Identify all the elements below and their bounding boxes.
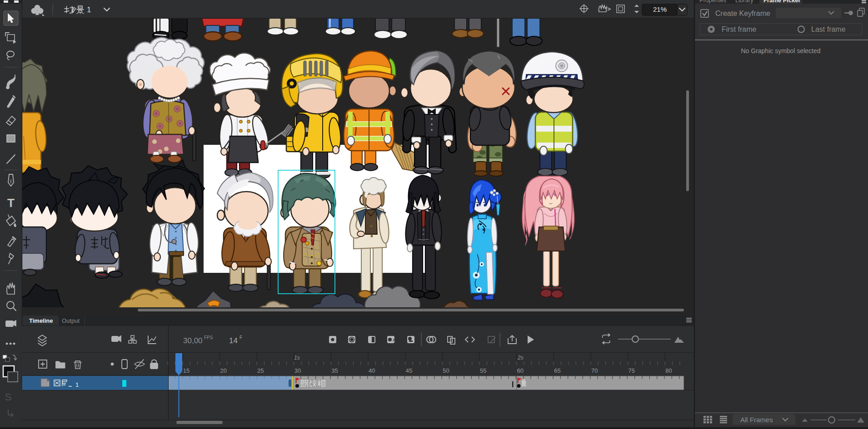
- svg-text:30,00: 30,00: [183, 336, 203, 345]
- svg-text:Frame Picker: Frame Picker: [763, 0, 801, 4]
- svg-text:1: 1: [75, 381, 79, 388]
- svg-text:80: 80: [665, 367, 672, 374]
- svg-text:First frame: First frame: [722, 25, 757, 33]
- svg-text:20: 20: [220, 367, 226, 374]
- svg-text:75: 75: [629, 367, 635, 374]
- svg-text:45: 45: [406, 367, 412, 374]
- svg-text:70: 70: [591, 367, 598, 374]
- svg-text:Create Keyframe: Create Keyframe: [715, 10, 770, 17]
- svg-text:15: 15: [183, 367, 190, 374]
- svg-text:35: 35: [331, 367, 338, 374]
- svg-text:21%: 21%: [653, 5, 667, 13]
- svg-text:14: 14: [229, 336, 238, 345]
- svg-text:T: T: [7, 196, 15, 210]
- svg-text:50: 50: [443, 367, 449, 374]
- svg-text:55: 55: [480, 367, 486, 374]
- svg-text:Last frame: Last frame: [811, 25, 846, 33]
- svg-text:1: 1: [87, 5, 91, 14]
- svg-text:A: A: [393, 338, 396, 342]
- svg-text:No Graphic symbol selected: No Graphic symbol selected: [741, 47, 820, 54]
- svg-text:Output: Output: [62, 317, 80, 324]
- svg-text:F: F: [239, 335, 242, 340]
- svg-text:65: 65: [554, 367, 560, 374]
- svg-text:30: 30: [294, 367, 301, 374]
- svg-text:S: S: [5, 391, 12, 403]
- svg-text:40: 40: [369, 367, 375, 374]
- svg-text:Timeline: Timeline: [29, 317, 53, 324]
- svg-text:Properties: Properties: [699, 0, 727, 4]
- svg-text:All Frames: All Frames: [740, 416, 773, 424]
- svg-text:25: 25: [257, 367, 264, 374]
- svg-text:60: 60: [517, 367, 524, 374]
- svg-text:Library: Library: [735, 0, 753, 4]
- svg-text:2s: 2s: [517, 355, 524, 361]
- svg-text:1s: 1s: [294, 355, 300, 361]
- svg-text:FPS: FPS: [204, 335, 213, 340]
